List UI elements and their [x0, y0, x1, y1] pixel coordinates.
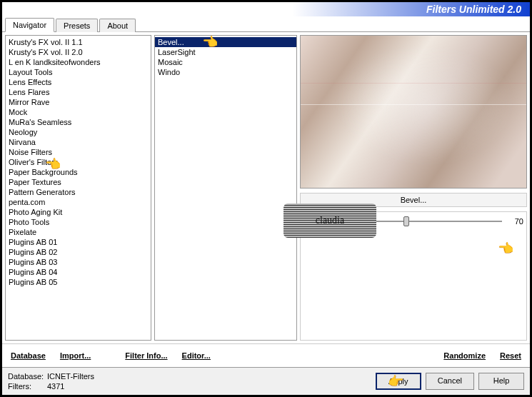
list-item[interactable]: Photo Aging Kit: [6, 207, 151, 217]
randomize-button[interactable]: Randomize: [438, 348, 491, 363]
tab-strip: Navigator Presets About: [2, 16, 530, 32]
list-item[interactable]: Layout Tools: [6, 67, 151, 77]
list-item[interactable]: Plugins AB 02: [6, 247, 151, 257]
category-list[interactable]: Krusty's FX vol. II 1.1 Krusty's FX vol.…: [5, 35, 151, 341]
title-bar: Filters Unlimited 2.0: [2, 2, 530, 16]
list-item[interactable]: LaserSight: [155, 47, 296, 57]
toolbar-row: Database Import... Filter Info... Editor…: [2, 343, 530, 367]
tab-about[interactable]: About: [99, 19, 136, 32]
list-item[interactable]: Mock: [6, 107, 151, 117]
apply-button[interactable]: Apply: [376, 373, 421, 390]
help-button[interactable]: Help: [478, 373, 524, 390]
list-item[interactable]: Nirvana: [6, 137, 151, 147]
filter-list[interactable]: Bevel... LaserSight Mosaic Windo: [154, 35, 297, 341]
list-item[interactable]: MuRa's Seamless: [6, 117, 151, 127]
app-title: Filters Unlimited 2.0: [426, 4, 521, 15]
list-item[interactable]: Oliver's Filters: [6, 157, 151, 167]
status-bar: Database: ICNET-Filters Filters: 4371 Ap…: [2, 367, 530, 395]
list-item[interactable]: Neology: [6, 127, 151, 137]
reset-button[interactable]: Reset: [494, 348, 527, 363]
status-db-label: Database:: [8, 372, 47, 381]
status-filters-label: Filters:: [8, 382, 47, 391]
list-item[interactable]: L en K landksiteofwonders: [6, 57, 151, 67]
database-button[interactable]: Database: [5, 348, 51, 363]
list-item[interactable]: Mosaic: [155, 57, 296, 67]
list-item[interactable]: Photo Tools: [6, 217, 151, 227]
list-item[interactable]: Plugins AB 05: [6, 277, 151, 287]
bevel-width-slider[interactable]: [365, 215, 502, 228]
list-item[interactable]: Windo: [155, 67, 296, 77]
list-item[interactable]: Lens Effects: [6, 77, 151, 87]
status-filters-value: 4371: [47, 382, 64, 391]
list-item[interactable]: Noise Filters: [6, 147, 151, 157]
list-item[interactable]: Pixelate: [6, 227, 151, 237]
list-item[interactable]: Plugins AB 01: [6, 237, 151, 247]
list-item[interactable]: Lens Flares: [6, 87, 151, 97]
tab-navigator[interactable]: Navigator: [5, 18, 54, 32]
list-item[interactable]: Paper Backgrounds: [6, 167, 151, 177]
list-item[interactable]: Paper Textures: [6, 177, 151, 187]
list-item[interactable]: Mirror Rave: [6, 97, 151, 107]
param-value: 70: [506, 217, 523, 226]
list-item[interactable]: Bevel...: [155, 37, 296, 47]
tab-presets[interactable]: Presets: [56, 19, 98, 32]
watermark: claudia: [283, 203, 376, 238]
import-button[interactable]: Import...: [54, 348, 96, 363]
list-item[interactable]: Krusty's FX vol. II 2.0: [6, 47, 151, 57]
list-item[interactable]: Pattern Generators: [6, 187, 151, 197]
list-item[interactable]: penta.com: [6, 197, 151, 207]
editor-button[interactable]: Editor...: [176, 348, 216, 363]
status-db-value: ICNET-Filters: [47, 372, 94, 381]
filter-info-button[interactable]: Filter Info...: [119, 348, 173, 363]
preview-image: [300, 35, 527, 189]
list-item[interactable]: Plugins AB 04: [6, 267, 151, 277]
list-item[interactable]: Krusty's FX vol. II 1.1: [6, 37, 151, 47]
cancel-button[interactable]: Cancel: [426, 373, 474, 390]
list-item[interactable]: Plugins AB 03: [6, 257, 151, 267]
